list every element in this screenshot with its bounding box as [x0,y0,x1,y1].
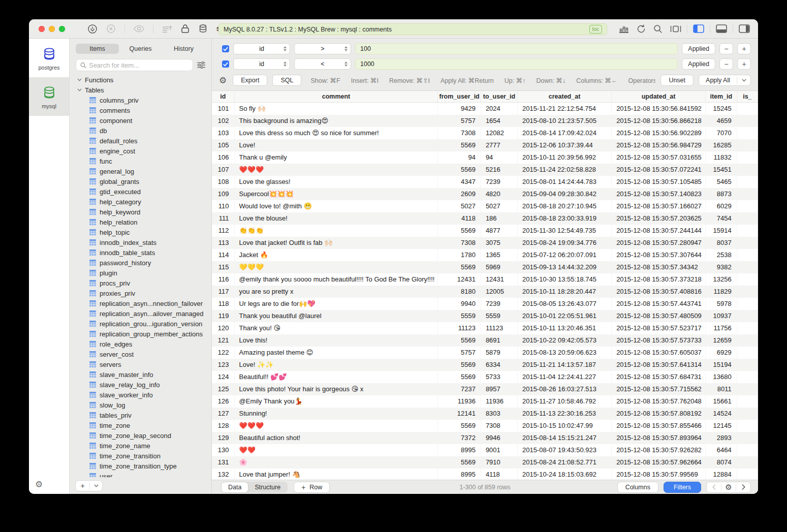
cell-item_id[interactable]: 15451 [706,164,737,176]
toggle-left-panel-icon[interactable] [693,24,704,33]
cell-created_at[interactable]: 2015-11-24 22:02:58.828 [517,164,611,176]
add-filter-button[interactable]: + [737,58,751,70]
cell-to_user_id[interactable]: 1365 [481,249,517,261]
cell-item_id[interactable]: 8873 [706,188,737,200]
minimize-window-button[interactable] [49,26,55,32]
cell-updated_at[interactable]: 2015-12-08 15:30:56.866218 [612,115,706,127]
cell-item_id[interactable]: 8037 [706,237,737,249]
cell-id[interactable]: 114 [212,249,234,261]
cell-id[interactable]: 127 [212,408,234,420]
cell-from_user_id[interactable]: 12431 [438,273,481,286]
cell-is[interactable] [737,176,758,188]
search-input[interactable] [89,61,188,69]
table-row[interactable]: 116@emily thank you soooo much beautiful… [212,273,758,286]
cell-updated_at[interactable]: 2015-12-08 15:30:57.166027 [612,200,706,212]
cell-comment[interactable]: ❤️❤️❤️ [234,164,438,176]
cell-item_id[interactable]: 10937 [706,310,737,322]
cell-from_user_id[interactable]: 9429 [438,102,481,115]
cell-item_id[interactable]: 2538 [706,249,737,261]
cell-id[interactable]: 102 [212,115,234,127]
sidebar-table-item[interactable]: user [70,471,211,477]
cell-item_id[interactable]: 6464 [706,444,737,456]
cell-id[interactable]: 103 [212,127,234,139]
cell-updated_at[interactable]: 2015-12-08 15:30:57.962664 [612,456,706,468]
column-header-updated_at[interactable]: updated_at [612,91,706,102]
grid-settings-gear-icon[interactable]: ⚙ [721,483,736,492]
cell-item_id[interactable]: 12884 [706,468,737,480]
cell-from_user_id[interactable]: 5757 [438,347,481,359]
cell-is[interactable] [737,249,758,261]
cell-to_user_id[interactable]: 7308 [481,420,517,432]
cell-item_id[interactable]: 8074 [706,456,737,468]
cell-to_user_id[interactable]: 7910 [481,456,517,468]
cell-item_id[interactable]: 15661 [706,395,737,408]
cell-to_user_id[interactable]: 9001 [481,444,517,456]
table-row[interactable]: 122Amazing pastel theme 😊575758792015-08… [212,347,758,359]
table-row[interactable]: 128❤️❤️❤️556973082015-10-15 10:02:47.992… [212,420,758,432]
filter-field-select[interactable]: id [233,58,290,70]
cell-updated_at[interactable]: 2015-12-08 15:30:57.480509 [612,310,706,322]
cell-item_id[interactable]: 9382 [706,261,737,273]
cell-from_user_id[interactable]: 5569 [438,371,481,383]
connection-postgres[interactable]: postgres [29,39,69,77]
cell-item_id[interactable]: 12659 [706,334,737,347]
cell-created_at[interactable]: 2015-08-01 14:24:44.783 [517,176,611,188]
cell-created_at[interactable]: 2015-08-24 21:08:52.771 [517,456,611,468]
filter-field-select[interactable]: id [233,43,290,54]
sidebar-table-item[interactable]: time_zone_transition [70,451,211,461]
toggle-bottom-panel-icon[interactable] [716,24,727,33]
tree-group-functions[interactable]: Functions [70,75,211,85]
cell-created_at[interactable]: 2015-09-04 09:28:30.842 [517,188,611,200]
cell-item_id[interactable]: 7454 [706,212,737,225]
cell-comment[interactable]: This background is amazing😍 [234,115,438,127]
cell-comment[interactable]: 💛💛💛 [234,261,438,273]
search-icon[interactable] [653,24,663,34]
cell-id[interactable]: 116 [212,273,234,286]
cell-comment[interactable]: Stunning! [234,408,438,420]
cell-item_id[interactable]: 16285 [706,139,737,151]
cell-from_user_id[interactable]: 8995 [438,444,481,456]
cell-from_user_id[interactable]: 5569 [438,420,481,432]
pending-changes-icon[interactable] [162,25,172,33]
cell-is[interactable] [737,408,758,420]
cell-to_user_id[interactable]: 12082 [481,127,517,139]
cell-updated_at[interactable]: 2015-12-08 15:30:57.072241 [612,164,706,176]
sidebar-table-item[interactable]: slave_master_info [70,369,211,380]
cell-is[interactable] [737,456,758,468]
cell-is[interactable] [737,420,758,432]
sidebar-table-item[interactable]: role_edges [70,339,211,349]
cell-created_at[interactable]: 2015-10-15 10:02:47.99 [517,420,611,432]
sidebar-table-item[interactable]: help_keyword [70,207,211,217]
sql-button[interactable]: SQL [272,75,301,86]
cell-item_id[interactable]: 5978 [706,298,737,310]
cell-is[interactable] [737,359,758,371]
cell-from_user_id[interactable]: 1780 [438,249,481,261]
table-row[interactable]: 121Love this!556986912015-10-22 09:42:05… [212,334,758,347]
cell-id[interactable]: 117 [212,286,234,298]
cell-created_at[interactable]: 2015-08-18 23:00:33.919 [517,212,611,225]
table-row[interactable]: 126@Emily Thank you💃11936119362015-11-27… [212,395,758,408]
cell-to_user_id[interactable]: 5879 [481,347,517,359]
cell-created_at[interactable]: 2015-09-13 14:44:32.209 [517,261,611,273]
cell-from_user_id[interactable]: 2609 [438,188,481,200]
add-row-button[interactable]: + Row [294,482,330,493]
column-header-from_user_id[interactable]: from_user_id [438,91,481,102]
table-row[interactable]: 108Love the glasses!434772392015-08-01 1… [212,176,758,188]
cell-from_user_id[interactable]: 5569 [438,225,481,237]
applied-button[interactable]: Applied [682,58,715,70]
cell-id[interactable]: 129 [212,432,234,444]
sidebar-table-item[interactable]: replication_grou...iguration_version [70,319,211,329]
cell-id[interactable]: 123 [212,359,234,371]
close-window-button[interactable] [39,26,45,32]
cell-to_user_id[interactable]: 7239 [481,176,517,188]
cell-created_at[interactable]: 2015-10-11 18:28:20.447 [517,286,611,298]
cell-to_user_id[interactable]: 4877 [481,225,517,237]
cell-created_at[interactable]: 2015-11-30 12:54:49.735 [517,225,611,237]
cell-id[interactable]: 118 [212,298,234,310]
toggle-right-panel-icon[interactable] [739,24,750,33]
cell-to_user_id[interactable]: 2024 [481,102,517,115]
cell-item_id[interactable]: 15194 [706,359,737,371]
cell-comment[interactable]: Love the glasses! [234,176,438,188]
remove-filter-button[interactable]: − [719,43,733,54]
applied-button[interactable]: Applied [682,43,715,54]
